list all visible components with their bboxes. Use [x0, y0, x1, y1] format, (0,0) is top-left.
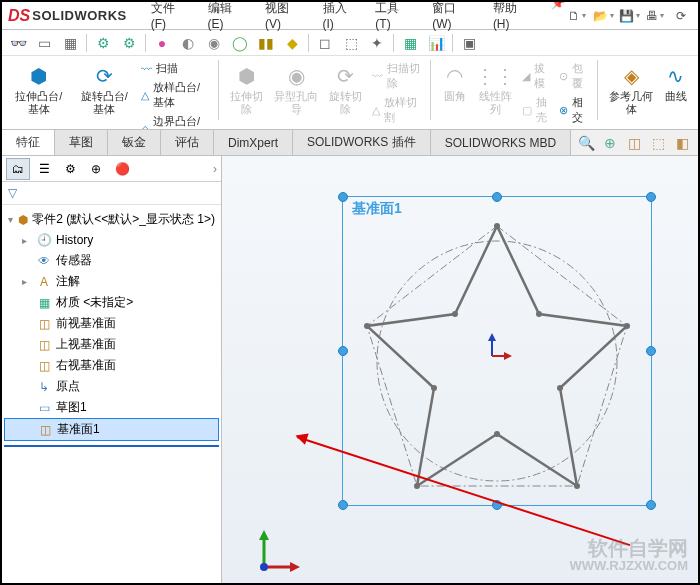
draft-button[interactable]: ◢拔模	[520, 60, 553, 92]
tool-icon-2[interactable]: ⚙	[119, 33, 139, 53]
cube-icon-3[interactable]: ◧	[672, 133, 692, 153]
svg-point-5	[574, 483, 580, 489]
color-icon[interactable]: ◆	[282, 33, 302, 53]
revolve-boss-button[interactable]: ⟳ 旋转凸台/基体	[74, 60, 136, 118]
app-name: SOLIDWORKS	[32, 8, 127, 23]
menu-edit[interactable]: 编辑(E)	[200, 0, 255, 35]
misc-icon[interactable]: ▣	[459, 33, 479, 53]
menu-file[interactable]: 文件(F)	[143, 0, 198, 35]
tab-plugins[interactable]: SOLIDWORKS 插件	[293, 130, 431, 155]
svg-marker-16	[504, 352, 512, 360]
cut-revolve-button[interactable]: ⟳ 旋转切除	[325, 60, 366, 118]
cube-icon-1[interactable]: ◫	[624, 133, 644, 153]
svg-marker-14	[488, 333, 496, 341]
tab-eval[interactable]: 评估	[161, 130, 214, 155]
hide-icon[interactable]: ▦	[60, 33, 80, 53]
wrap-button[interactable]: ⊙包覆	[557, 60, 589, 92]
tab-sheet[interactable]: 钣金	[108, 130, 161, 155]
save-button[interactable]: 💾▾	[618, 6, 640, 26]
property-tab[interactable]: ☰	[32, 158, 56, 180]
intersect-button[interactable]: ⊗相交	[557, 94, 589, 126]
menu-window[interactable]: 窗口(W)	[424, 0, 483, 35]
cube-icon-2[interactable]: ⬚	[648, 133, 668, 153]
svg-point-3	[494, 223, 500, 229]
extra-icon-2[interactable]: ⬚	[341, 33, 361, 53]
tool-icon-1[interactable]: ⚙	[93, 33, 113, 53]
title-quick-access: 🗋▾ 📂▾ 💾▾ 🖶▾ ⟳	[566, 6, 698, 26]
glasses-icon[interactable]: 👓	[8, 33, 28, 53]
rollback-bar[interactable]	[4, 445, 219, 447]
tree-plane1[interactable]: ◫ 基准面1	[4, 418, 219, 441]
feature-manager: 🗂 ☰ ⚙ ⊕ 🔴 › ▽ ▾⬢ 零件2 (默认<<默认>_显示状态 1>) ▸…	[2, 156, 222, 583]
feature-tree-tab[interactable]: 🗂	[6, 158, 30, 180]
excel-icon[interactable]: ▦	[400, 33, 420, 53]
config-tab[interactable]: ⚙	[58, 158, 82, 180]
tree-top-plane[interactable]: ◫ 上视基准面	[4, 334, 219, 355]
appearance-tab[interactable]: 🔴	[110, 158, 134, 180]
tree-root[interactable]: ▾⬢ 零件2 (默认<<默认>_显示状态 1>)	[4, 209, 219, 230]
origin-triad-icon	[482, 331, 512, 361]
display-icon[interactable]: ◉	[204, 33, 224, 53]
cut-sweep-button[interactable]: 〰扫描切除	[370, 60, 422, 92]
dim-tab[interactable]: ⊕	[84, 158, 108, 180]
more-button[interactable]: ⟳	[670, 6, 692, 26]
tab-sketch[interactable]: 草图	[55, 130, 108, 155]
menu-view[interactable]: 视图(V)	[257, 0, 312, 35]
tab-feature[interactable]: 特征	[2, 130, 55, 155]
ref-geometry-button[interactable]: ◈ 参考几何体	[606, 60, 656, 118]
light-icon[interactable]: ◯	[230, 33, 250, 53]
tab-mbd[interactable]: SOLIDWORKS MBD	[431, 130, 571, 155]
quick-toolbar: 👓 ▭ ▦ ⚙ ⚙ ● ◐ ◉ ◯ ▮▮ ◆ ◻ ⬚ ✦ ▦ 📊 ▣	[2, 30, 698, 56]
hole-wizard-button[interactable]: ◉ 异型孔向导	[271, 60, 321, 118]
search-icon[interactable]: 🔍	[576, 133, 596, 153]
feature-tree: ▾⬢ 零件2 (默认<<默认>_显示状态 1>) ▸🕘 History 👁 传感…	[2, 205, 221, 583]
pin-icon[interactable]: 📌	[551, 0, 566, 35]
menu-insert[interactable]: 插入(I)	[315, 0, 366, 35]
extra-icon-1[interactable]: ◻	[315, 33, 335, 53]
expand-arrow-icon[interactable]: ›	[213, 162, 217, 176]
loft-button[interactable]: △放样凸台/基体	[139, 79, 210, 111]
open-button[interactable]: 📂▾	[592, 6, 614, 26]
tree-sensors[interactable]: 👁 传感器	[4, 250, 219, 271]
fillet-button[interactable]: ◠ 圆角	[439, 60, 471, 105]
chart-icon[interactable]: 📊	[426, 33, 446, 53]
tree-sketch1[interactable]: ▭ 草图1	[4, 397, 219, 418]
watermark: 软件自学网 WWW.RJZXW.COM	[570, 537, 688, 573]
shell-button[interactable]: ▢抽壳	[520, 94, 553, 126]
appearance-icon[interactable]: ●	[152, 33, 172, 53]
graphics-area[interactable]: 基准面1	[222, 156, 698, 583]
texture-icon[interactable]: ▮▮	[256, 33, 276, 53]
cut-loft-button[interactable]: △放样切割	[370, 94, 422, 126]
extrude-boss-button[interactable]: ⬢ 拉伸凸台/基体	[8, 60, 70, 118]
view-tool-icon[interactable]: ⊕	[600, 133, 620, 153]
main-area: 🗂 ☰ ⚙ ⊕ 🔴 › ▽ ▾⬢ 零件2 (默认<<默认>_显示状态 1>) ▸…	[2, 156, 698, 583]
print-button[interactable]: 🖶▾	[644, 6, 666, 26]
menu-help[interactable]: 帮助(H)	[485, 0, 541, 35]
cut-extrude-button[interactable]: ⬢ 拉伸切除	[227, 60, 268, 118]
svg-point-4	[624, 323, 630, 329]
tree-annotations[interactable]: ▸A 注解	[4, 271, 219, 292]
svg-point-21	[260, 563, 268, 571]
svg-marker-18	[259, 530, 269, 540]
boundary-button[interactable]: ◇边界凸台/基体	[139, 113, 210, 130]
filter-button[interactable]: ▽	[2, 182, 221, 205]
extra-icon-3[interactable]: ✦	[367, 33, 387, 53]
sweep-button[interactable]: 〰扫描	[139, 60, 210, 77]
menu-tools[interactable]: 工具(T)	[367, 0, 422, 35]
selection-icon[interactable]: ▭	[34, 33, 54, 53]
tab-dimxpert[interactable]: DimXpert	[214, 130, 293, 155]
ds-logo-icon: DS	[8, 7, 30, 25]
new-button[interactable]: 🗋▾	[566, 6, 588, 26]
curves-button[interactable]: ∿ 曲线	[660, 60, 692, 105]
tree-front-plane[interactable]: ◫ 前视基准面	[4, 313, 219, 334]
scene-icon[interactable]: ◐	[178, 33, 198, 53]
command-tabs: 特征 草图 钣金 评估 DimXpert SOLIDWORKS 插件 SOLID…	[2, 130, 698, 156]
ribbon: ⬢ 拉伸凸台/基体 ⟳ 旋转凸台/基体 〰扫描 △放样凸台/基体 ◇边界凸台/基…	[2, 56, 698, 130]
tree-material[interactable]: ▦ 材质 <未指定>	[4, 292, 219, 313]
tree-history[interactable]: ▸🕘 History	[4, 230, 219, 250]
coordinate-triad-icon	[252, 525, 302, 575]
app-logo: DS SOLIDWORKS	[2, 7, 133, 25]
pattern-button[interactable]: ⋮⋮ 线性阵列	[475, 60, 516, 118]
tree-right-plane[interactable]: ◫ 右视基准面	[4, 355, 219, 376]
tree-origin[interactable]: ↳ 原点	[4, 376, 219, 397]
